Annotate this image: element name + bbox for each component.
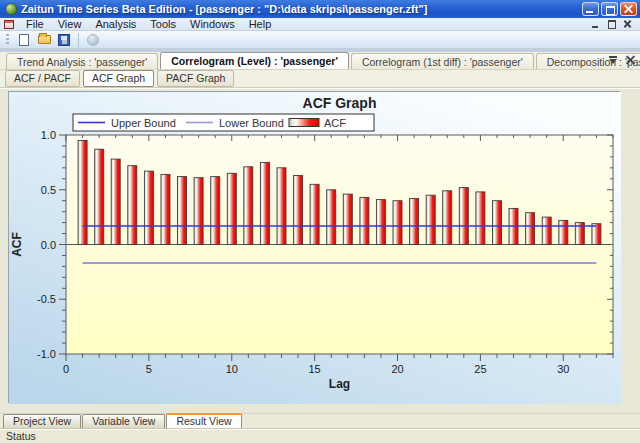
open-folder-icon [38,35,51,44]
tab-result-view[interactable]: Result View [166,413,241,428]
menu-item-windows[interactable]: Windows [183,18,242,31]
window-title: Zaitun Time Series Beta Edition - [passe… [21,3,582,15]
app-logo-icon [5,3,17,15]
mdi-close-icon[interactable] [623,20,632,28]
menu-item-file[interactable]: File [19,18,51,31]
menu-item-analysis[interactable]: Analysis [88,18,143,31]
svg-text:ACF: ACF [10,232,24,257]
svg-text:10: 10 [226,363,238,375]
menu-item-help[interactable]: Help [242,18,279,31]
svg-text:30: 30 [557,363,569,375]
svg-text:Lower Bound: Lower Bound [219,117,284,129]
svg-text:-0.5: -0.5 [37,293,56,305]
tab-trend-analysis[interactable]: Trend Analysis : 'passenger' [6,53,158,69]
close-button[interactable] [620,2,637,16]
tab-close-icon[interactable] [626,55,635,64]
open-button[interactable] [34,32,54,48]
minimize-button[interactable] [582,2,599,16]
save-floppy-icon [58,34,70,46]
new-document-icon [19,34,29,46]
tab-correlogram-1st-diff[interactable]: Correlogram (1st diff) : 'passenger' [351,53,534,69]
tab-variable-view[interactable]: Variable View [82,414,165,428]
toolbar [0,31,640,49]
svg-text:0.5: 0.5 [41,184,56,196]
tab-pacf-graph[interactable]: PACF Graph [157,70,234,87]
document-tab-strip: Trend Analysis : 'passenger' Correlogram… [0,52,640,70]
svg-text:25: 25 [474,363,486,375]
svg-text:0: 0 [63,363,69,375]
svg-text:Upper Bound: Upper Bound [111,117,176,129]
restore-button[interactable] [601,2,618,16]
menu-bar: File View Analysis Tools Windows Help [0,18,640,31]
toolbar-separator [78,33,79,47]
title-bar: Zaitun Time Series Beta Edition - [passe… [0,0,640,18]
tab-list-dropdown-icon[interactable] [609,56,617,64]
svg-text:Lag: Lag [329,377,350,391]
globe-icon [87,34,99,46]
mdi-restore-icon[interactable] [607,20,616,28]
status-bar: Status [0,428,640,443]
tab-correlogram-level[interactable]: Correlogram (Level) : 'passenger' [160,52,349,69]
svg-text:-1.0: -1.0 [37,348,56,360]
sub-tab-strip: ACF / PACF ACF Graph PACF Graph [0,70,640,88]
mdi-document-icon [4,20,14,29]
svg-text:15: 15 [309,363,321,375]
view-tab-strip: Project View Variable View Result View [0,413,640,428]
svg-text:20: 20 [391,363,403,375]
acf-chart-figure: -1.0-0.50.00.51.0051015202530ACF GraphAC… [8,91,620,403]
web-button-disabled [83,32,103,48]
acf-graph-chart: -1.0-0.50.00.51.0051015202530ACF GraphAC… [9,92,621,404]
svg-text:1.0: 1.0 [41,129,56,141]
save-button[interactable] [54,32,74,48]
menu-item-view[interactable]: View [51,18,89,31]
new-button[interactable] [14,32,34,48]
tab-acf-pacf[interactable]: ACF / PACF [5,70,80,87]
app-window: Zaitun Time Series Beta Edition - [passe… [0,0,640,443]
status-text: Status [6,430,36,442]
tab-project-view[interactable]: Project View [3,414,81,428]
tab-acf-graph[interactable]: ACF Graph [83,70,154,87]
svg-text:5: 5 [146,363,152,375]
svg-text:ACF: ACF [324,117,346,129]
result-content-area: -1.0-0.50.00.51.0051015202530ACF GraphAC… [0,88,640,413]
mdi-minimize-icon[interactable] [591,20,600,28]
menu-item-tools[interactable]: Tools [143,18,183,31]
toolbar-grip [6,34,9,46]
svg-text:0.0: 0.0 [41,239,56,251]
svg-text:ACF Graph: ACF Graph [303,95,377,111]
